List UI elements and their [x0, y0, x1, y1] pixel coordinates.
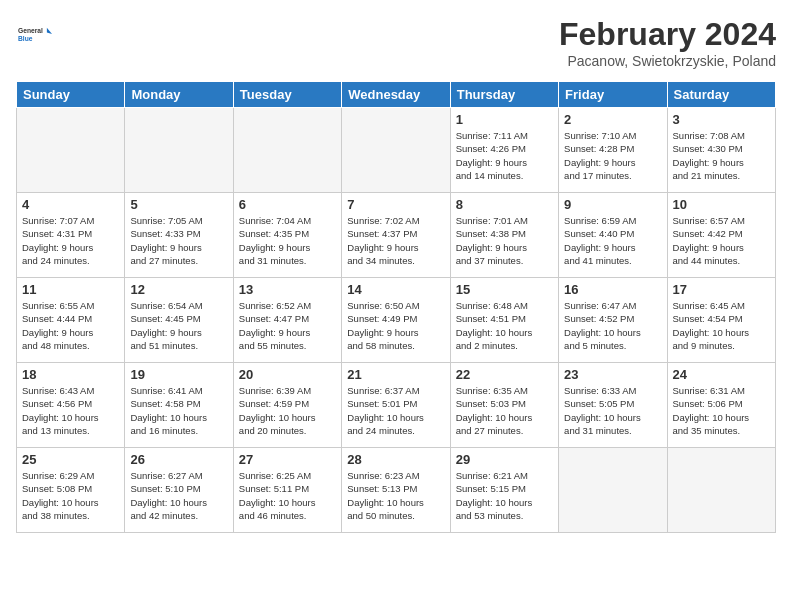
day-number: 10	[673, 197, 770, 212]
calendar-cell: 25Sunrise: 6:29 AM Sunset: 5:08 PM Dayli…	[17, 448, 125, 533]
weekday-header-sunday: Sunday	[17, 82, 125, 108]
calendar-cell: 9Sunrise: 6:59 AM Sunset: 4:40 PM Daylig…	[559, 193, 667, 278]
day-number: 8	[456, 197, 553, 212]
day-number: 4	[22, 197, 119, 212]
svg-text:General: General	[18, 27, 43, 34]
day-number: 15	[456, 282, 553, 297]
day-info: Sunrise: 6:52 AM Sunset: 4:47 PM Dayligh…	[239, 299, 336, 352]
calendar-cell: 4Sunrise: 7:07 AM Sunset: 4:31 PM Daylig…	[17, 193, 125, 278]
logo: General Blue	[16, 16, 52, 52]
day-info: Sunrise: 6:43 AM Sunset: 4:56 PM Dayligh…	[22, 384, 119, 437]
day-number: 29	[456, 452, 553, 467]
calendar-cell	[559, 448, 667, 533]
calendar-cell: 20Sunrise: 6:39 AM Sunset: 4:59 PM Dayli…	[233, 363, 341, 448]
weekday-header-wednesday: Wednesday	[342, 82, 450, 108]
logo-svg: General Blue	[16, 16, 52, 52]
calendar-cell: 2Sunrise: 7:10 AM Sunset: 4:28 PM Daylig…	[559, 108, 667, 193]
calendar-week-1: 1Sunrise: 7:11 AM Sunset: 4:26 PM Daylig…	[17, 108, 776, 193]
day-info: Sunrise: 6:23 AM Sunset: 5:13 PM Dayligh…	[347, 469, 444, 522]
day-info: Sunrise: 6:37 AM Sunset: 5:01 PM Dayligh…	[347, 384, 444, 437]
day-number: 12	[130, 282, 227, 297]
calendar-week-2: 4Sunrise: 7:07 AM Sunset: 4:31 PM Daylig…	[17, 193, 776, 278]
day-number: 24	[673, 367, 770, 382]
day-info: Sunrise: 6:29 AM Sunset: 5:08 PM Dayligh…	[22, 469, 119, 522]
title-area: February 2024 Pacanow, Swietokrzyskie, P…	[559, 16, 776, 69]
day-info: Sunrise: 6:21 AM Sunset: 5:15 PM Dayligh…	[456, 469, 553, 522]
day-info: Sunrise: 6:50 AM Sunset: 4:49 PM Dayligh…	[347, 299, 444, 352]
calendar-cell	[342, 108, 450, 193]
day-info: Sunrise: 6:33 AM Sunset: 5:05 PM Dayligh…	[564, 384, 661, 437]
calendar-cell	[125, 108, 233, 193]
page-header: General Blue February 2024 Pacanow, Swie…	[16, 16, 776, 69]
day-number: 7	[347, 197, 444, 212]
day-number: 9	[564, 197, 661, 212]
day-number: 28	[347, 452, 444, 467]
calendar-cell: 15Sunrise: 6:48 AM Sunset: 4:51 PM Dayli…	[450, 278, 558, 363]
day-info: Sunrise: 6:39 AM Sunset: 4:59 PM Dayligh…	[239, 384, 336, 437]
day-number: 25	[22, 452, 119, 467]
calendar-cell: 5Sunrise: 7:05 AM Sunset: 4:33 PM Daylig…	[125, 193, 233, 278]
day-number: 11	[22, 282, 119, 297]
day-number: 19	[130, 367, 227, 382]
calendar-cell	[667, 448, 775, 533]
calendar-cell: 18Sunrise: 6:43 AM Sunset: 4:56 PM Dayli…	[17, 363, 125, 448]
day-info: Sunrise: 6:55 AM Sunset: 4:44 PM Dayligh…	[22, 299, 119, 352]
day-number: 27	[239, 452, 336, 467]
calendar-week-3: 11Sunrise: 6:55 AM Sunset: 4:44 PM Dayli…	[17, 278, 776, 363]
calendar-cell: 22Sunrise: 6:35 AM Sunset: 5:03 PM Dayli…	[450, 363, 558, 448]
calendar-cell: 24Sunrise: 6:31 AM Sunset: 5:06 PM Dayli…	[667, 363, 775, 448]
calendar-cell: 16Sunrise: 6:47 AM Sunset: 4:52 PM Dayli…	[559, 278, 667, 363]
day-info: Sunrise: 6:59 AM Sunset: 4:40 PM Dayligh…	[564, 214, 661, 267]
day-number: 2	[564, 112, 661, 127]
day-number: 18	[22, 367, 119, 382]
day-number: 21	[347, 367, 444, 382]
day-info: Sunrise: 7:11 AM Sunset: 4:26 PM Dayligh…	[456, 129, 553, 182]
calendar-week-5: 25Sunrise: 6:29 AM Sunset: 5:08 PM Dayli…	[17, 448, 776, 533]
calendar-cell: 26Sunrise: 6:27 AM Sunset: 5:10 PM Dayli…	[125, 448, 233, 533]
calendar-cell: 1Sunrise: 7:11 AM Sunset: 4:26 PM Daylig…	[450, 108, 558, 193]
calendar-cell: 23Sunrise: 6:33 AM Sunset: 5:05 PM Dayli…	[559, 363, 667, 448]
weekday-header-thursday: Thursday	[450, 82, 558, 108]
day-info: Sunrise: 7:04 AM Sunset: 4:35 PM Dayligh…	[239, 214, 336, 267]
day-number: 16	[564, 282, 661, 297]
weekday-header-saturday: Saturday	[667, 82, 775, 108]
calendar-cell: 3Sunrise: 7:08 AM Sunset: 4:30 PM Daylig…	[667, 108, 775, 193]
calendar-week-4: 18Sunrise: 6:43 AM Sunset: 4:56 PM Dayli…	[17, 363, 776, 448]
calendar-cell: 27Sunrise: 6:25 AM Sunset: 5:11 PM Dayli…	[233, 448, 341, 533]
weekday-header-monday: Monday	[125, 82, 233, 108]
day-info: Sunrise: 7:02 AM Sunset: 4:37 PM Dayligh…	[347, 214, 444, 267]
calendar-cell: 6Sunrise: 7:04 AM Sunset: 4:35 PM Daylig…	[233, 193, 341, 278]
calendar-cell: 29Sunrise: 6:21 AM Sunset: 5:15 PM Dayli…	[450, 448, 558, 533]
calendar-cell: 17Sunrise: 6:45 AM Sunset: 4:54 PM Dayli…	[667, 278, 775, 363]
day-info: Sunrise: 6:48 AM Sunset: 4:51 PM Dayligh…	[456, 299, 553, 352]
day-info: Sunrise: 6:45 AM Sunset: 4:54 PM Dayligh…	[673, 299, 770, 352]
day-info: Sunrise: 6:54 AM Sunset: 4:45 PM Dayligh…	[130, 299, 227, 352]
day-number: 1	[456, 112, 553, 127]
day-info: Sunrise: 6:25 AM Sunset: 5:11 PM Dayligh…	[239, 469, 336, 522]
calendar-cell: 7Sunrise: 7:02 AM Sunset: 4:37 PM Daylig…	[342, 193, 450, 278]
day-info: Sunrise: 7:08 AM Sunset: 4:30 PM Dayligh…	[673, 129, 770, 182]
weekday-header-friday: Friday	[559, 82, 667, 108]
svg-text:Blue: Blue	[18, 35, 33, 42]
day-number: 23	[564, 367, 661, 382]
day-info: Sunrise: 7:07 AM Sunset: 4:31 PM Dayligh…	[22, 214, 119, 267]
day-number: 22	[456, 367, 553, 382]
location-title: Pacanow, Swietokrzyskie, Poland	[559, 53, 776, 69]
calendar-cell	[233, 108, 341, 193]
calendar-cell: 14Sunrise: 6:50 AM Sunset: 4:49 PM Dayli…	[342, 278, 450, 363]
day-info: Sunrise: 6:27 AM Sunset: 5:10 PM Dayligh…	[130, 469, 227, 522]
day-info: Sunrise: 6:47 AM Sunset: 4:52 PM Dayligh…	[564, 299, 661, 352]
calendar-cell	[17, 108, 125, 193]
calendar-cell: 8Sunrise: 7:01 AM Sunset: 4:38 PM Daylig…	[450, 193, 558, 278]
day-number: 26	[130, 452, 227, 467]
calendar-cell: 10Sunrise: 6:57 AM Sunset: 4:42 PM Dayli…	[667, 193, 775, 278]
calendar-cell: 19Sunrise: 6:41 AM Sunset: 4:58 PM Dayli…	[125, 363, 233, 448]
day-number: 20	[239, 367, 336, 382]
weekday-header-row: SundayMondayTuesdayWednesdayThursdayFrid…	[17, 82, 776, 108]
calendar-cell: 21Sunrise: 6:37 AM Sunset: 5:01 PM Dayli…	[342, 363, 450, 448]
calendar-cell: 28Sunrise: 6:23 AM Sunset: 5:13 PM Dayli…	[342, 448, 450, 533]
day-number: 13	[239, 282, 336, 297]
day-info: Sunrise: 6:41 AM Sunset: 4:58 PM Dayligh…	[130, 384, 227, 437]
weekday-header-tuesday: Tuesday	[233, 82, 341, 108]
day-number: 5	[130, 197, 227, 212]
